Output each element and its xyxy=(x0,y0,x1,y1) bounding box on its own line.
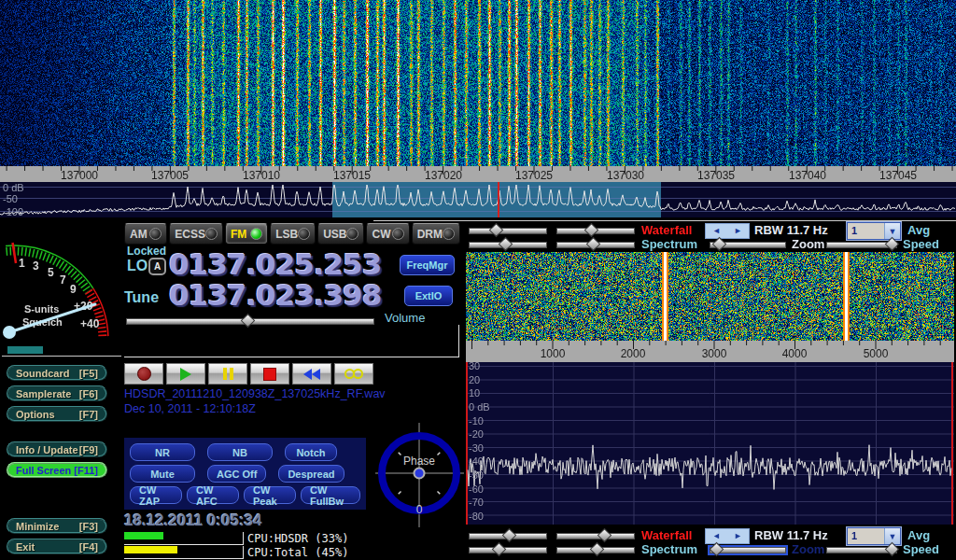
mode-button-fm[interactable]: FM xyxy=(225,223,268,245)
db-label: -40 xyxy=(469,455,484,467)
audio-tick-label: 1000 xyxy=(541,347,566,360)
mute-button[interactable]: Mute xyxy=(130,465,195,483)
audio-frequency-scale[interactable]: 1000 2000 3000 4000 5000 xyxy=(466,341,954,362)
locked-label: Locked xyxy=(127,245,166,258)
tune-frequency-display[interactable]: 0137.023.398 xyxy=(169,281,381,310)
waterfall-label: Waterfall xyxy=(641,528,692,542)
db-label: 10 xyxy=(469,387,480,399)
audio-waterfall-display[interactable] xyxy=(466,252,954,341)
mode-button-lsb[interactable]: LSB xyxy=(270,223,316,245)
stop-button[interactable] xyxy=(250,363,289,385)
phase-dot xyxy=(415,469,425,479)
db-label: -10 xyxy=(469,415,484,427)
spectrum-label: Spectrum xyxy=(641,237,697,251)
dsp-panel: NR NB Notch Mute AGC Off Despread CW ZAP… xyxy=(124,438,366,510)
main-frequency-scale[interactable]: 137000 137005 137010 137015 137020 13702… xyxy=(0,166,956,182)
smeter-units-label: S-units xyxy=(24,303,59,315)
mode-button-drm[interactable]: DRM xyxy=(412,223,460,245)
stop-icon xyxy=(263,368,276,381)
despread-button[interactable]: Despread xyxy=(278,465,344,483)
phase-title: Phase xyxy=(403,455,435,468)
arrow-left-icon[interactable]: ◄ xyxy=(712,532,721,540)
cpu-total-bar-fill xyxy=(124,546,177,553)
squelch-level-bar[interactable] xyxy=(7,346,43,354)
volume-label: Volume xyxy=(385,311,425,325)
nb-button[interactable]: NB xyxy=(207,443,273,461)
panel-border xyxy=(124,325,459,357)
record-button[interactable] xyxy=(124,363,163,385)
minimize-button[interactable]: Minimize[F3] xyxy=(7,518,107,534)
lo-sync-badge[interactable]: A xyxy=(148,258,166,275)
zoom-slider[interactable] xyxy=(710,238,786,250)
waterfall-scroll-control[interactable]: ◄► xyxy=(705,223,750,239)
mode-button-cw[interactable]: CW xyxy=(366,223,409,245)
zoom-slider[interactable] xyxy=(710,543,786,555)
db-label: -30 xyxy=(469,442,484,454)
freq-tick-label: 137040 xyxy=(789,169,826,182)
db-label: -50 xyxy=(3,193,18,204)
arrow-left-icon[interactable]: ◄ xyxy=(712,227,721,235)
cw-fullbw-button[interactable]: CW FullBw xyxy=(301,486,360,504)
avg-label: Avg xyxy=(907,528,930,542)
cw-peak-button[interactable]: CW Peak xyxy=(244,486,296,504)
tune-label: Tune xyxy=(124,289,159,306)
smeter-tick-label: 5 xyxy=(48,266,54,279)
waterfall-brightness-slider[interactable] xyxy=(469,224,547,236)
db-label: -20 xyxy=(469,428,484,440)
waterfall-brightness-slider[interactable] xyxy=(469,529,547,541)
db-label: -80 xyxy=(469,511,484,522)
s-meter: 1 3 5 7 9 +20 +40 S-units Squelch xyxy=(1,224,120,360)
spectrum-label: Spectrum xyxy=(641,542,697,556)
record-icon xyxy=(137,367,151,381)
cpu-total-label: CPU:Total (45%) xyxy=(247,546,348,559)
cpu-hdsdr-bar-fill xyxy=(124,532,163,539)
waterfall-spectrum-controls-bottom: Waterfall ◄► RBW 11.7 Hz 1 ▼ Avg Spectru… xyxy=(464,527,956,558)
spectrum-level-slider[interactable] xyxy=(469,543,547,555)
cw-afc-button[interactable]: CW AFC xyxy=(187,486,239,504)
info-update-button[interactable]: Info / Update[F9] xyxy=(7,441,107,457)
soundcard-button[interactable]: Soundcard[F5] xyxy=(7,365,107,381)
audio-tick-label: 5000 xyxy=(864,347,889,360)
agc-button[interactable]: AGC Off xyxy=(207,465,266,483)
mode-button-ecss[interactable]: ECSS xyxy=(169,223,223,245)
waterfall-contrast-slider[interactable] xyxy=(556,224,635,236)
main-waterfall-display[interactable] xyxy=(0,0,956,166)
extio-button[interactable]: ExtIO xyxy=(404,286,453,306)
divider xyxy=(2,356,121,357)
phase-value: 0 xyxy=(416,503,423,516)
main-spectrum-display[interactable]: 0 dB -50 -100 xyxy=(0,182,956,217)
avg-label: Avg xyxy=(907,223,930,237)
hdsdr-window: 137000 137005 137010 137015 137020 13702… xyxy=(0,0,956,560)
mode-button-usb[interactable]: USB xyxy=(317,223,364,245)
options-button[interactable]: Options[F7] xyxy=(7,406,107,422)
samplerate-button[interactable]: Samplerate[F6] xyxy=(7,385,107,401)
led-indicator xyxy=(149,228,162,240)
nr-button[interactable]: NR xyxy=(130,443,195,461)
cw-zap-button[interactable]: CW ZAP xyxy=(130,486,182,504)
db-label: 0 dB xyxy=(3,182,24,193)
notch-button[interactable]: Notch xyxy=(285,443,337,461)
spectrum-range-slider[interactable] xyxy=(556,543,635,555)
freqmgr-button[interactable]: FreqMgr xyxy=(400,255,455,275)
arrow-right-icon[interactable]: ► xyxy=(734,532,742,540)
mode-button-am[interactable]: AM xyxy=(124,223,167,245)
exit-button[interactable]: Exit[F4] xyxy=(7,539,107,554)
freq-tick-label: 137010 xyxy=(243,169,280,182)
fullscreen-button[interactable]: Full Screen[F11] xyxy=(7,462,107,478)
spectrum-level-slider[interactable] xyxy=(469,238,547,250)
play-button[interactable] xyxy=(166,363,205,385)
rewind-button[interactable] xyxy=(292,363,331,385)
lo-frequency-display[interactable]: 0137.025.253 xyxy=(169,250,381,279)
spectrum-range-slider[interactable] xyxy=(556,238,635,250)
audio-spectrum-display[interactable]: 30 20 10 0 dB -10 -20 -30 -40 -50 -60 -7… xyxy=(466,362,954,525)
loop-button[interactable] xyxy=(334,363,373,385)
waterfall-contrast-slider[interactable] xyxy=(556,529,635,541)
arrow-right-icon[interactable]: ► xyxy=(734,227,742,235)
speed-slider[interactable] xyxy=(826,238,897,250)
speed-slider[interactable] xyxy=(826,543,897,555)
freq-tick-label: 137000 xyxy=(61,169,98,182)
waterfall-scroll-control[interactable]: ◄► xyxy=(705,528,750,544)
db-label: -60 xyxy=(469,483,484,495)
pause-button[interactable] xyxy=(208,363,247,385)
freq-tick-label: 137025 xyxy=(515,169,553,182)
